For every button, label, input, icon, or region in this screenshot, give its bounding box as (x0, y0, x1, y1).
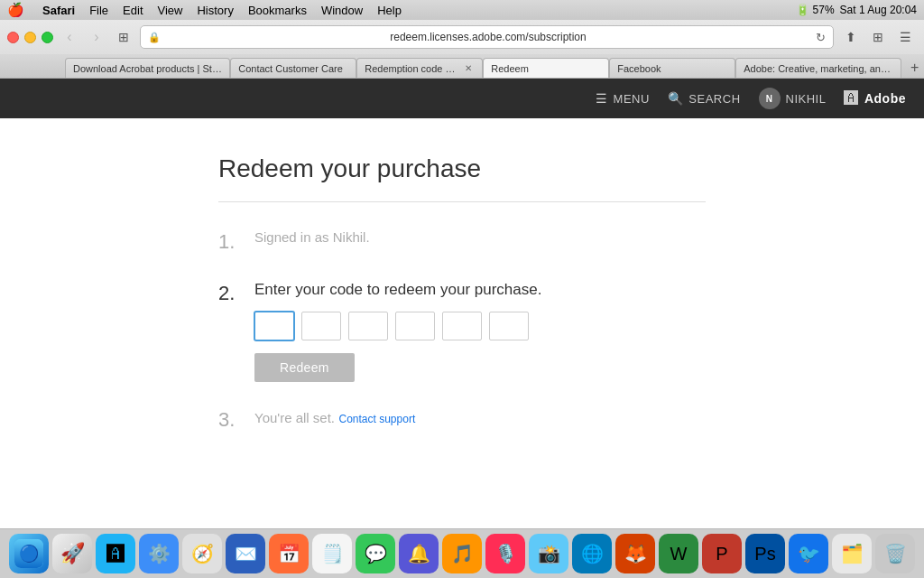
step-3-label: You're all set. (254, 410, 335, 425)
help-menu[interactable]: Help (377, 4, 402, 17)
dock-icon-word[interactable]: W (659, 534, 698, 573)
toolbar-right-buttons: ⬆ ⊞ ☰ (839, 25, 917, 49)
avatar: N (759, 88, 781, 109)
dock-icon-safari[interactable]: 🧭 (182, 534, 222, 573)
user-nav-item[interactable]: N NIKHIL (759, 88, 827, 109)
share-button[interactable]: ⬆ (839, 25, 863, 49)
dock-icon-twitter[interactable]: 🐦 (789, 534, 828, 573)
clock: Sat 1 Aug 20:04 (840, 4, 917, 16)
edit-menu[interactable]: Edit (123, 4, 143, 17)
tab-overview-button[interactable]: ⊞ (113, 26, 134, 48)
battery-status: 🔋 57% (796, 4, 834, 16)
dock-icon-chrome[interactable]: 🌐 (572, 534, 612, 573)
menu-label: MENU (614, 92, 650, 106)
maximize-button[interactable] (42, 32, 53, 43)
tab-redemption-code-help[interactable]: Redemption code help ✕ (356, 58, 483, 78)
menu-nav-item[interactable]: ☰ MENU (596, 91, 650, 106)
tab-redeem[interactable]: Redeem (483, 58, 609, 78)
dock-icon-trash[interactable]: 🗑️ (875, 534, 915, 573)
history-menu[interactable]: History (197, 4, 233, 17)
step-2-number: 2. (218, 281, 240, 307)
tab-title: Redemption code help (365, 63, 458, 74)
user-label: NIKHIL (786, 92, 827, 106)
search-nav-item[interactable]: 🔍 SEARCH (668, 91, 741, 106)
browser-window: ‹ › ⊞ 🔒 redeem.licenses.adobe.com/subscr… (0, 20, 924, 528)
dock-icon-appstore[interactable]: 🅰 (96, 534, 135, 573)
view-menu[interactable]: View (158, 4, 183, 17)
dock-icon-powerpoint[interactable]: P (702, 534, 742, 573)
safari-menu[interactable]: Safari (42, 4, 75, 17)
code-input-3[interactable] (348, 312, 388, 340)
code-input-4[interactable] (395, 312, 435, 340)
apple-menu[interactable]: 🍎 (7, 2, 24, 18)
step-2-content: Enter your code to redeem your purchase.… (254, 281, 706, 382)
step-1-content: Signed in as Nikhil. (254, 229, 706, 246)
adobe-logo-text: Adobe (864, 91, 906, 106)
menubar-right: 🔋 57% Sat 1 Aug 20:04 (796, 4, 917, 16)
title-divider (218, 201, 706, 202)
dock-icon-calendar[interactable]: 📅 (269, 534, 309, 573)
new-tab-plus-button[interactable]: + (905, 58, 924, 78)
step-1-label: Signed in as Nikhil. (254, 229, 370, 245)
search-icon: 🔍 (668, 91, 684, 106)
code-inputs (254, 312, 706, 340)
dock-icon-firefox[interactable]: 🦊 (615, 534, 655, 573)
code-input-6[interactable] (489, 312, 529, 340)
step-3-number: 3. (218, 407, 240, 434)
menu-icon: ☰ (596, 91, 608, 106)
reload-icon[interactable]: ↻ (816, 31, 826, 44)
new-tab-button[interactable]: ⊞ (866, 25, 890, 49)
step-1-number: 1. (218, 229, 240, 256)
dock-icon-launchpad[interactable]: 🚀 (52, 534, 92, 573)
bookmarks-menu[interactable]: Bookmarks (248, 4, 307, 17)
tab-title: Contact Customer Care (238, 63, 348, 74)
show-sidebar-button[interactable]: ☰ (893, 25, 917, 49)
search-label: SEARCH (688, 92, 740, 106)
dock-icon-photoshop[interactable]: Ps (745, 534, 785, 573)
contact-support-link[interactable]: Contact support (339, 413, 416, 425)
tabs-row: Download Acrobat products | Stan... Cont… (0, 54, 924, 78)
minimize-button[interactable] (24, 32, 36, 43)
tab-close-icon[interactable]: ✕ (462, 62, 475, 75)
step-2-label: Enter your code to redeem your purchase. (254, 281, 541, 298)
dock-icon-podcasts[interactable]: 🎙️ (485, 534, 525, 573)
tab-facebook[interactable]: Facebook (609, 58, 735, 78)
dock-icon-notes[interactable]: 🗒️ (312, 534, 352, 573)
back-button[interactable]: ‹ (59, 26, 80, 48)
dock-icon-finder[interactable]: 🔵 (9, 534, 49, 573)
code-input-5[interactable] (442, 312, 482, 340)
file-menu[interactable]: File (89, 4, 108, 17)
code-input-2[interactable] (301, 312, 341, 340)
dock-icon-systemprefs[interactable]: ⚙️ (139, 534, 179, 573)
close-button[interactable] (7, 32, 19, 43)
code-input-1[interactable] (254, 312, 294, 340)
tab-title: Facebook (617, 63, 727, 74)
adobe-nav: ☰ MENU 🔍 SEARCH N NIKHIL 🅰 Adobe (0, 79, 924, 118)
step-2: 2. Enter your code to redeem your purcha… (218, 281, 706, 382)
dock-icon-mail[interactable]: ✉️ (226, 534, 265, 573)
address-bar[interactable]: 🔒 redeem.licenses.adobe.com/subscription… (140, 25, 834, 49)
forward-button[interactable]: › (86, 26, 107, 48)
step-3-content: You're all set. Contact support (254, 407, 706, 426)
adobe-logo-nav[interactable]: 🅰 Adobe (844, 90, 906, 107)
tab-download-acrobat[interactable]: Download Acrobat products | Stan... (65, 58, 230, 78)
dock-icon-itunes[interactable]: 🎵 (442, 534, 482, 573)
step-1: 1. Signed in as Nikhil. (218, 229, 706, 256)
page-content: Redeem your purchase 1. Signed in as Nik… (0, 118, 924, 528)
dock-icon-messages[interactable]: 💬 (356, 534, 395, 573)
dock: 🔵 🚀 🅰 ⚙️ 🧭 ✉️ 📅 🗒️ 💬 🔔 🎵 🎙️ 📸 🌐 🦊 W (0, 528, 924, 578)
dock-icon-photos[interactable]: 📸 (529, 534, 568, 573)
tab-adobe[interactable]: Adobe: Creative, marketing, and d... (735, 58, 901, 78)
browser-chrome: ‹ › ⊞ 🔒 redeem.licenses.adobe.com/subscr… (0, 20, 924, 79)
tab-title: Adobe: Creative, marketing, and d... (744, 63, 893, 74)
dock-icon-reminders[interactable]: 🔔 (399, 534, 439, 573)
traffic-lights (7, 32, 53, 43)
redeem-button[interactable]: Redeem (254, 353, 355, 382)
tab-contact-customer-care[interactable]: Contact Customer Care (230, 58, 356, 78)
dock-icon-misc1[interactable]: 🗂️ (832, 534, 872, 573)
toolbar-row: ‹ › ⊞ 🔒 redeem.licenses.adobe.com/subscr… (0, 20, 924, 54)
window-menu[interactable]: Window (321, 4, 363, 17)
url-text: redeem.licenses.adobe.com/subscription (164, 31, 812, 43)
lock-icon: 🔒 (148, 32, 161, 43)
step-3: 3. You're all set. Contact support (218, 407, 706, 434)
